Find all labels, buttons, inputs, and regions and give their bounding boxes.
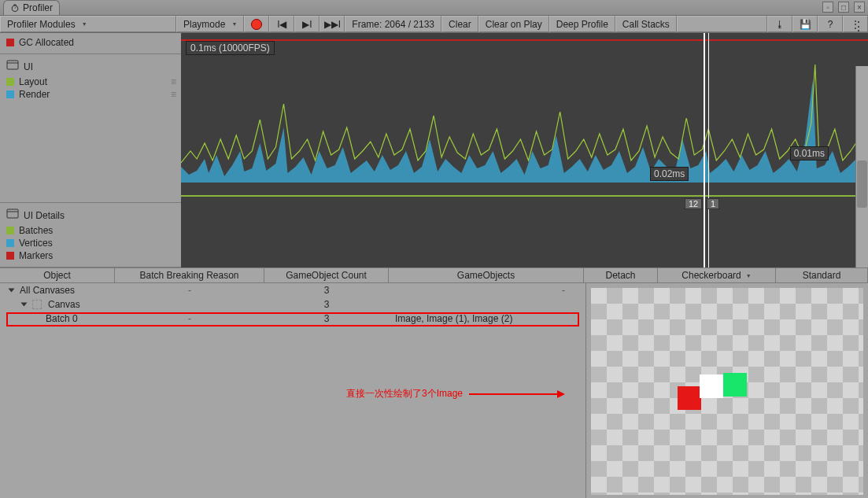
frame-indicator[interactable]: Frame: 2064 / 2133 [345, 16, 441, 32]
col-reason[interactable]: Batch Breaking Reason [115, 268, 264, 282]
frame-badge-2: 1 [707, 198, 719, 209]
profiler-icon [10, 3, 20, 13]
swatch-gc [6, 39, 14, 46]
save-icon: 💾 [800, 19, 811, 30]
playmode-label: Playmode [183, 19, 225, 30]
clear-button[interactable]: Clear [441, 16, 478, 32]
module-ui[interactable]: UI Layout≡ Render≡ [0, 54, 181, 203]
preview-image-white [700, 374, 723, 398]
preview-checkerboard[interactable] [591, 288, 863, 495]
swatch-render [6, 90, 14, 98]
graph-tooltip-2: 0.02ms [650, 167, 689, 181]
fps-label: 0.1ms (10000FPS) [186, 41, 275, 55]
columns-header: Object Batch Breaking Reason GameObject … [0, 267, 868, 283]
drag-handle-icon[interactable]: ≡ [171, 89, 175, 100]
next-icon: ▶▶I [327, 19, 338, 30]
record-icon [251, 19, 262, 30]
load-button[interactable]: ⭳ [767, 16, 792, 32]
table-row[interactable]: All Canvases - 3 - [0, 283, 585, 297]
deep-profile-button[interactable]: Deep Profile [549, 16, 615, 32]
help-button[interactable]: ? [818, 16, 843, 32]
save-button[interactable]: 💾 [792, 16, 818, 32]
modules-label: Profiler Modules [7, 19, 76, 30]
prev-icon: ▶I [301, 19, 312, 30]
annotation-arrow-icon [469, 393, 563, 395]
swatch-vertices [6, 239, 14, 247]
uidetails-module-icon [6, 208, 19, 223]
import-icon: ⭳ [774, 19, 785, 30]
window-maximize-icon[interactable]: □ [838, 2, 849, 13]
record-button[interactable] [244, 16, 269, 32]
frame-next-button[interactable]: ▶▶I [319, 16, 345, 32]
frame-cursor[interactable] [704, 33, 705, 267]
graph-tooltip-1: 0.01ms [790, 146, 829, 160]
preview-panel [586, 283, 868, 498]
call-stacks-button[interactable]: Call Stacks [615, 16, 677, 32]
annotation: 直接一次性绘制了3个Image [346, 387, 563, 400]
graph-scrollbar[interactable] [855, 66, 868, 267]
profiler-modules-dropdown[interactable]: Profiler Modules [0, 16, 176, 32]
col-objects[interactable]: GameObjects [389, 268, 584, 282]
modules-panel: GC Allocated UI Layout≡ Render≡ UI Detai… [0, 33, 181, 267]
clear-on-play-button[interactable]: Clear on Play [478, 16, 549, 32]
svg-rect-3 [7, 61, 18, 69]
tree-area[interactable]: All Canvases - 3 - Canvas 3 Batch 0 - 3 … [0, 283, 586, 498]
table-row[interactable]: Batch 0 - 3 Image, Image (1), Image (2) [0, 312, 585, 326]
checkerboard-dropdown[interactable]: Checkerboard [658, 268, 776, 282]
expand-caret-icon[interactable] [9, 289, 15, 293]
frame-cursor-secondary[interactable] [708, 33, 709, 267]
frame-label: Frame: 2064 / 2133 [352, 19, 434, 30]
svg-rect-5 [7, 209, 18, 218]
window-controls: ▫ □ × [822, 2, 865, 13]
drag-handle-icon[interactable]: ≡ [171, 76, 175, 87]
lower-area: All Canvases - 3 - Canvas 3 Batch 0 - 3 … [0, 283, 868, 498]
canvas-icon [32, 300, 42, 309]
preview-image-green [723, 373, 747, 397]
standard-button[interactable]: Standard [776, 268, 868, 282]
swatch-batches [6, 227, 14, 234]
main-area: GC Allocated UI Layout≡ Render≡ UI Detai… [0, 33, 868, 267]
skip-first-icon: I◀ [276, 19, 287, 30]
table-row[interactable]: Canvas 3 [0, 297, 585, 312]
col-count[interactable]: GameObject Count [264, 268, 389, 282]
profiler-tab[interactable]: Profiler [3, 0, 60, 15]
frame-prev-button[interactable]: ▶I [294, 16, 319, 32]
window-popout-icon[interactable]: ▫ [822, 2, 833, 13]
tab-title: Profiler [23, 2, 53, 13]
playmode-dropdown[interactable]: Playmode [176, 16, 244, 32]
frame-badge-1: 12 [685, 198, 702, 209]
col-object[interactable]: Object [0, 268, 115, 282]
window-close-icon[interactable]: × [854, 2, 865, 13]
swatch-markers [6, 252, 14, 260]
toolbar: Profiler Modules Playmode I◀ ▶I ▶▶I Fram… [0, 16, 868, 33]
chart-svg [181, 33, 868, 267]
module-ui-details[interactable]: UI Details Batches Vertices Markers [0, 203, 181, 267]
preview-image-red [678, 386, 701, 410]
panel-menu-icon[interactable]: ⋮ [852, 19, 865, 34]
ui-module-icon [6, 59, 19, 74]
svg-line-2 [15, 7, 17, 9]
tab-strip: Profiler ▫ □ × [0, 0, 868, 16]
detach-button[interactable]: Detach [584, 268, 658, 282]
annotation-text: 直接一次性绘制了3个Image [346, 387, 463, 400]
help-icon: ? [825, 19, 836, 30]
frame-first-button[interactable]: I◀ [269, 16, 294, 32]
svg-rect-1 [14, 5, 17, 6]
expand-caret-icon[interactable] [21, 303, 28, 307]
graph-area[interactable]: 0.1ms (10000FPS) 0.01ms 0.02ms 12 1 [181, 33, 868, 267]
swatch-layout [6, 78, 14, 86]
module-gc[interactable]: GC Allocated [0, 33, 181, 54]
